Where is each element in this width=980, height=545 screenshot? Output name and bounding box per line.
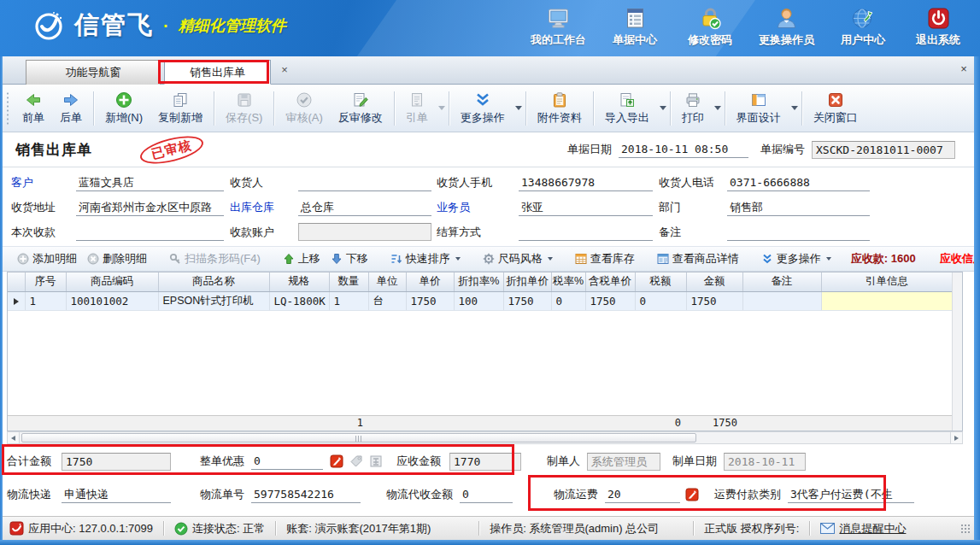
freight-field[interactable]: 20 [605,486,680,503]
column-header[interactable]: 序号 [25,272,66,291]
cell-spec[interactable]: LQ-1800K [269,291,329,310]
cell-unit[interactable]: 台 [368,291,406,310]
address-field[interactable]: 河南省郑州市金水区中原路 [76,199,224,216]
cell-qty[interactable]: 1 [329,291,368,310]
remove-detail-button[interactable]: 删除明细 [85,249,150,268]
cell-seq[interactable]: 1 [25,291,66,310]
column-header[interactable]: 税额 [635,272,686,291]
column-header[interactable]: 数量 [329,272,368,291]
chevron-down-icon[interactable] [438,106,445,110]
consignee-mobile-field[interactable]: 13488667978 [519,174,653,191]
add-detail-button[interactable]: 添加明细 [15,249,79,268]
row-selector[interactable] [8,291,25,310]
column-header[interactable]: 规格 [269,272,329,291]
nav-change-password[interactable]: 修改密码 [684,7,736,48]
chevron-down-icon[interactable] [714,106,721,110]
column-header[interactable]: 含税单价 [585,272,635,291]
warehouse-label[interactable]: 出库仓库 [230,200,298,215]
edit-freight-icon[interactable] [685,488,699,501]
tabstrip-close-icon[interactable]: × [957,62,971,76]
grid-more-operations-button[interactable]: 更多操作 [759,249,834,268]
move-up-button[interactable]: 上移 [280,249,323,268]
tab-sales-outbound[interactable]: 销售出库单 [164,60,271,85]
table-row[interactable]: 1 100101002 EPSON针式打印机 LQ-1800K 1 台 1750… [8,291,953,310]
save-button[interactable]: 保存(S) [218,88,270,129]
scrollbar-thumb[interactable] [21,433,696,442]
view-product-detail-button[interactable]: 查看商品详情 [654,249,742,268]
column-header[interactable]: 备注 [742,272,821,291]
more-operations-button[interactable]: 更多操作 [453,88,513,129]
column-header[interactable]: 单位 [368,272,406,291]
remark-field[interactable] [727,224,870,241]
import-export-button[interactable]: 导入导出 [597,88,657,129]
copy-new-button[interactable]: 复制新增 [150,88,210,129]
column-header[interactable]: 金额 [686,272,742,291]
message-center-link[interactable]: 消息提醒中心 [820,521,906,536]
cell-price[interactable]: 1750 [406,291,454,310]
toolbar-grip[interactable] [6,91,9,125]
chevron-down-icon[interactable] [515,106,522,110]
tab-close-icon[interactable]: × [278,63,291,77]
warehouse-field[interactable]: 总仓库 [298,199,431,216]
column-header[interactable]: 商品名称 [158,272,269,291]
nav-document-center[interactable]: 单据中心 [608,7,661,48]
cell-remark[interactable] [742,291,821,310]
view-stock-button[interactable]: 查看库存 [572,249,637,268]
calculator-icon[interactable] [369,454,383,468]
cell-amount[interactable]: 1750 [686,291,742,310]
customer-label[interactable]: 客户 [11,175,76,190]
pull-doc-button[interactable]: 引单 [398,88,436,129]
column-header[interactable]: 引单信息 [821,272,953,291]
doc-date-field[interactable]: 2018-10-11 08:50 [619,141,748,158]
horizontal-scrollbar[interactable] [7,431,963,444]
attachments-button[interactable]: 附件资料 [530,88,590,129]
audit-button[interactable]: 审核(A) [278,88,330,129]
department-field[interactable]: 销售部 [727,199,870,216]
cell-discount-price[interactable]: 1750 [503,291,551,310]
ui-design-button[interactable]: 界面设计 [729,88,789,129]
column-header[interactable]: 单价 [406,272,454,291]
new-button[interactable]: 新增(N) [97,88,150,129]
column-header[interactable]: 折扣单价 [503,272,551,291]
unaudit-button[interactable]: 反审修改 [331,88,390,129]
nav-user-center[interactable]: 用户中心 [836,7,889,48]
next-doc-button[interactable]: 后单 [52,88,90,129]
settlement-field[interactable] [519,224,653,241]
cell-product-name[interactable]: EPSON针式打印机 [158,291,269,310]
column-header[interactable]: 商品编码 [66,272,158,291]
nav-change-operator[interactable]: 更换操作员 [759,7,814,48]
chevron-down-icon[interactable] [791,106,798,110]
scroll-right-arrow[interactable] [950,432,962,443]
tab-function-nav[interactable]: 功能导航窗 [26,60,161,85]
tracking-field[interactable]: 597758542216 [251,486,361,503]
payment-field[interactable] [76,224,224,241]
nav-my-workspace[interactable]: 我的工作台 [531,7,586,48]
cell-product-code[interactable]: 100101002 [66,291,158,310]
chevron-down-icon[interactable] [660,106,666,110]
vertical-scrollbar[interactable] [952,272,962,431]
salesman-field[interactable]: 张亚 [519,199,653,216]
nav-exit-system[interactable]: 退出系统 [912,7,965,48]
resize-grip[interactable] [960,524,971,534]
consignee-phone-field[interactable]: 0371-6666888 [727,174,870,191]
discount-field[interactable]: 0 [251,453,323,470]
size-style-button[interactable]: 尺码风格 [480,249,555,268]
cod-field[interactable]: 0 [460,486,513,503]
prev-doc-button[interactable]: 前单 [15,88,52,129]
express-field[interactable]: 申通快递 [62,486,171,503]
scroll-left-arrow[interactable] [8,432,20,443]
customer-field[interactable]: 蓝猫文具店 [76,174,224,191]
print-button[interactable]: 打印 [674,88,712,129]
column-header[interactable]: 税率% [551,272,585,291]
cell-price-with-tax[interactable]: 1750 [585,291,635,310]
column-header[interactable]: 折扣率% [454,272,503,291]
cell-ref-info[interactable] [821,291,953,310]
quick-sort-button[interactable]: 快速排序 [388,249,463,268]
salesman-label[interactable]: 业务员 [437,200,519,215]
cell-tax[interactable]: 0 [635,291,686,310]
consignee-field[interactable] [298,174,431,191]
cell-tax-rate[interactable]: 0 [551,291,585,310]
edit-discount-icon[interactable] [330,454,343,468]
cell-discount-rate[interactable]: 100 [454,291,503,310]
price-tag-icon[interactable] [349,454,363,468]
